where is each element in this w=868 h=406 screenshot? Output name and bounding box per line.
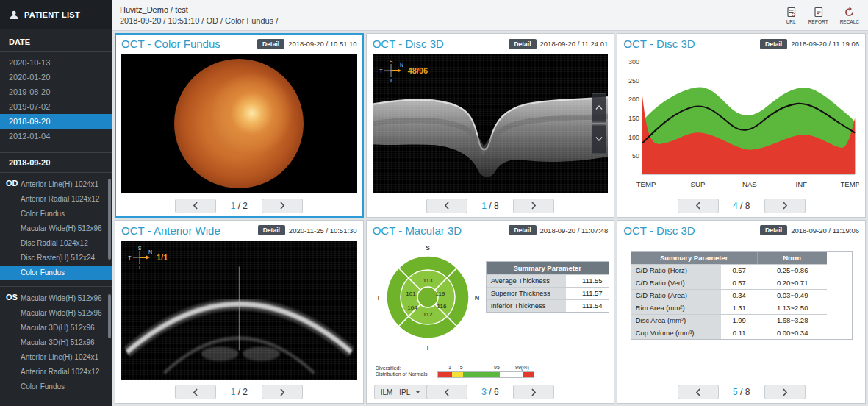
panel-title: OCT - Color Fundus: [121, 38, 220, 50]
svg-text:TEMP: TEMP: [636, 180, 656, 188]
panel-title: OCT - Anterior Wide: [121, 224, 220, 237]
scan-item[interactable]: Anterior Radial 1024x12: [0, 365, 112, 380]
page-total: / 2: [238, 387, 248, 397]
patient-list-label: PATIENT LIST: [24, 10, 80, 19]
chevron-down-icon: [415, 391, 420, 394]
scrollbar-thumb[interactable]: [108, 294, 111, 338]
detail-button[interactable]: Detail: [257, 39, 284, 49]
svg-text:113: 113: [423, 277, 432, 284]
date-item-selected[interactable]: 2018-09-20: [0, 114, 112, 129]
url-button[interactable]: URL: [786, 7, 797, 24]
disc-parameters: Summary Parameter Norm C/D Ratio (Horz) …: [623, 241, 859, 380]
orientation-compass: S I T N 1/1: [127, 245, 168, 270]
next-page-button[interactable]: [513, 385, 554, 399]
scan-down-button[interactable]: [592, 124, 606, 154]
etdrs-grid[interactable]: 113 101 119 104 116 112 S I T N: [373, 242, 483, 352]
scan-item[interactable]: Anterior Line(H) 1024x1: [0, 350, 112, 365]
svg-text:N: N: [400, 63, 403, 68]
page-total: / 6: [489, 387, 498, 397]
page-indicator: 1 / 2: [223, 201, 254, 211]
scan-item[interactable]: Anterior Radial 1024x12: [0, 192, 112, 207]
layer-select-dropdown[interactable]: ILM - IPL: [374, 385, 428, 399]
svg-text:150: 150: [628, 115, 639, 122]
date-item[interactable]: 2020-10-13: [0, 55, 112, 70]
svg-text:300: 300: [628, 58, 639, 65]
report-button[interactable]: REPORT: [808, 7, 828, 24]
report-label: REPORT: [808, 19, 828, 24]
next-page-button[interactable]: [513, 199, 554, 213]
retina-photo: [174, 59, 304, 188]
prev-page-button[interactable]: [426, 385, 467, 399]
exam-date-header: 2018-09-20: [0, 152, 112, 173]
scan-item[interactable]: Macular 3D(H) 512x96: [0, 335, 112, 350]
scrollbar-thumb[interactable]: [108, 179, 111, 260]
scan-item-selected[interactable]: Color Fundus: [0, 266, 112, 280]
recalc-button[interactable]: RECALC: [840, 7, 859, 24]
panel-timestamp: 2018-09-20 / 11:19:06: [791, 40, 859, 48]
od-scan-list: OD Anterior Line(H) 1024x1 Anterior Radi…: [0, 173, 112, 283]
date-list: 2020-10-13 2020-01-20 2019-08-20 2019-07…: [0, 52, 112, 146]
tsnit-chart[interactable]: 300 250 200 150 100 50 TEMP SUP NAS INF …: [623, 54, 859, 193]
table-row: Superior Thickness 111.57: [487, 287, 609, 299]
svg-text:200: 200: [628, 96, 639, 103]
scan-item[interactable]: Macular Wide(H) 512x96: [0, 306, 112, 321]
scan-up-button[interactable]: [592, 93, 606, 122]
scan-item[interactable]: Macular Wide(H) 512x96: [0, 221, 112, 236]
panel-title: OCT - Disc 3D: [623, 224, 695, 237]
next-page-button[interactable]: [764, 199, 806, 213]
table-row: Average Thickness 111.55: [487, 274, 609, 287]
chevron-right-icon: [531, 202, 537, 210]
report-icon: [813, 7, 824, 18]
prev-page-button[interactable]: [678, 385, 719, 399]
panel-timestamp: 2020-11-25 / 10:51:30: [289, 227, 357, 235]
date-item[interactable]: 2019-07-02: [0, 99, 112, 114]
panel-oct-disc-3d-chart: OCT - Disc 3D Detail 2018-09-20 / 11:19:…: [617, 33, 866, 218]
panel-title: OCT - Macular 3D: [373, 224, 462, 237]
anterior-scan-image[interactable]: S I T N 1/1: [121, 241, 357, 380]
compass-icon: S I T N: [127, 245, 152, 270]
svg-text:N: N: [474, 294, 479, 302]
chevron-right-icon: [279, 202, 285, 210]
date-item[interactable]: 2019-08-20: [0, 85, 112, 99]
panel-title: OCT - Disc 3D: [623, 38, 695, 50]
panel-oct-color-fundus: OCT - Color Fundus Detail 2018-09-20 / 1…: [115, 33, 364, 218]
scan-item[interactable]: Color Fundus: [0, 380, 112, 394]
svg-text:116: 116: [437, 303, 446, 310]
thickness-summary-table: Summary Parameter Average Thickness 111.…: [486, 261, 609, 313]
fundus-image[interactable]: [121, 54, 357, 193]
recalc-icon: [844, 7, 855, 18]
date-item[interactable]: 2020-01-20: [0, 70, 112, 85]
page-total: / 8: [489, 201, 498, 211]
chevron-left-icon: [444, 388, 450, 396]
detail-button[interactable]: Detail: [760, 225, 787, 235]
os-label: OS: [6, 293, 18, 302]
scan-item[interactable]: Color Fundus: [0, 207, 112, 221]
prev-page-button[interactable]: [678, 199, 719, 213]
date-item[interactable]: 2012-01-04: [0, 129, 112, 143]
prev-page-button[interactable]: [175, 199, 216, 213]
patient-list-button[interactable]: PATIENT LIST: [0, 0, 112, 29]
exam-breadcrumb: 2018-09-20 / 10:51:10 / OD / Color Fundu…: [120, 16, 278, 25]
chevron-left-icon: [695, 388, 701, 396]
detail-button[interactable]: Detail: [509, 225, 536, 235]
page-total: / 2: [238, 201, 248, 211]
table-header: Summary Parameter: [487, 262, 609, 274]
detail-button[interactable]: Detail: [258, 225, 285, 235]
svg-text:104: 104: [407, 304, 417, 311]
panel-oct-anterior-wide: OCT - Anterior Wide Detail 2020-11-25 / …: [115, 220, 364, 405]
bscan-image[interactable]: S I T N 48/96: [373, 54, 609, 193]
date-section-title: DATE: [0, 29, 112, 52]
prev-page-button[interactable]: [426, 199, 467, 213]
svg-text:50: 50: [632, 152, 639, 160]
scan-item[interactable]: Macular 3D(H) 512x96: [0, 321, 112, 335]
prev-page-button[interactable]: [175, 385, 216, 399]
normals-distribution: Diversified: Distribution of Normals 1 5…: [376, 365, 603, 378]
next-page-button[interactable]: [764, 385, 806, 399]
scan-item[interactable]: Disc Raster(H) 512x24: [0, 251, 112, 266]
next-page-button[interactable]: [262, 199, 303, 213]
scan-item[interactable]: Disc Radial 1024x12: [0, 236, 112, 251]
next-page-button[interactable]: [262, 385, 303, 399]
detail-button[interactable]: Detail: [760, 39, 787, 49]
detail-button[interactable]: Detail: [509, 39, 536, 49]
svg-text:T: T: [128, 254, 132, 260]
